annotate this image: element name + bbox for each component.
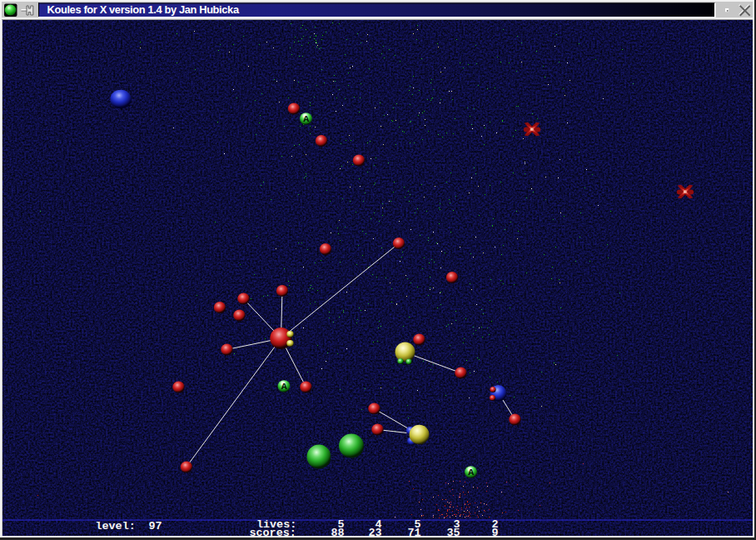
svg-text:71: 71 <box>407 527 420 537</box>
svg-text:88: 88 <box>331 527 344 537</box>
svg-text:A: A <box>281 381 287 392</box>
svg-text:Koules for X version 1.4 by Ja: Koules for X version 1.4 by Jan Hubicka <box>47 3 240 16</box>
svg-text:level:: level: <box>96 520 136 532</box>
svg-text:35: 35 <box>446 527 460 537</box>
svg-text:A: A <box>303 113 309 124</box>
svg-text:23: 23 <box>368 527 381 537</box>
svg-text:scores:: scores: <box>250 527 296 537</box>
svg-text:A: A <box>468 467 474 478</box>
svg-text:9: 9 <box>491 527 498 537</box>
svg-text:97: 97 <box>148 520 162 532</box>
